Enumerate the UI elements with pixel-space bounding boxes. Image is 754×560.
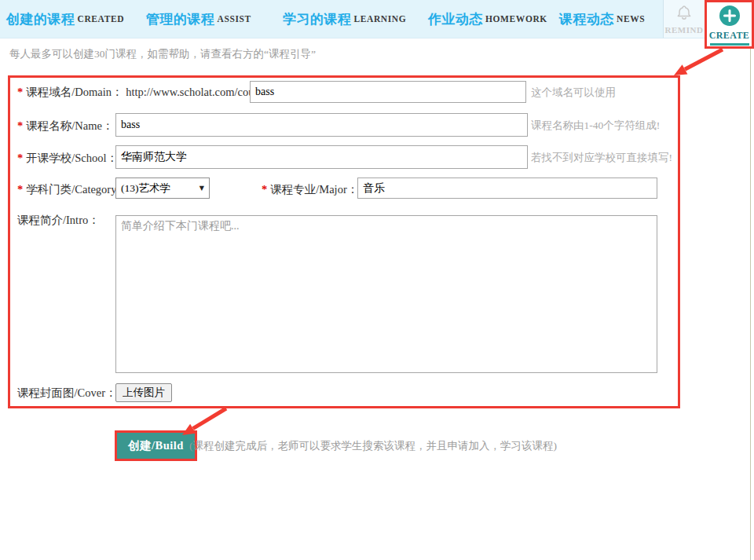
nav-tab-created-en: CREATED [78, 14, 125, 24]
top-navbar: 创建的课程 CREATED 管理的课程 ASSIST 学习的课程 LEARNIN… [0, 0, 705, 38]
create-label: CREATE [709, 30, 750, 42]
create-underline [710, 43, 749, 46]
nav-tab-learning-zh: 学习的课程 [283, 10, 352, 28]
nav-tab-homework-zh: 作业动态 [428, 10, 483, 28]
nav-tab-assist[interactable]: 管理的课程 ASSIST [146, 0, 251, 38]
build-button[interactable]: 创建/Build [117, 433, 195, 459]
domain-prefix: http://www.scholat.com/course/ [126, 86, 270, 98]
nav-tab-news-zh: 课程动态 [559, 10, 614, 28]
plus-circle-icon [719, 5, 741, 30]
domain-input[interactable] [250, 81, 526, 103]
nav-tab-learning[interactable]: 学习的课程 LEARNING [283, 0, 406, 38]
name-label: *课程名称/Name： [17, 119, 113, 134]
nav-tab-news[interactable]: 课程动态 NEWS [559, 0, 645, 38]
required-star: * [17, 152, 23, 164]
domain-hint: 这个域名可以使用 [531, 86, 616, 100]
chevron-down-icon: ▼ [199, 185, 204, 192]
nav-tab-assist-en: ASSIST [218, 14, 251, 24]
name-input[interactable] [115, 113, 528, 137]
cover-label: 课程封面图/Cover： [17, 386, 116, 401]
nav-tab-assist-zh: 管理的课程 [146, 10, 215, 28]
build-note: (课程创建完成后，老师可以要求学生搜索该课程，并且申请加入，学习该课程) [189, 439, 557, 453]
required-star: * [262, 183, 267, 196]
major-label: *课程专业/Major： [262, 182, 358, 197]
required-star: * [17, 86, 23, 98]
intro-label: 课程简介/Intro： [17, 213, 100, 228]
major-input[interactable] [357, 178, 657, 199]
required-star: * [17, 119, 23, 132]
remind-button[interactable]: REMIND [663, 0, 705, 38]
required-star: * [17, 183, 23, 196]
name-hint: 课程名称由1-40个字符组成! [531, 119, 660, 133]
remind-label: REMIND [665, 25, 704, 35]
bell-icon [675, 4, 693, 24]
create-course-form: *课程域名/Domain： http://www.scholat.com/cou… [8, 75, 680, 408]
create-course-button[interactable]: CREATE [705, 0, 754, 49]
build-button-highlight: 创建/Build [115, 430, 197, 461]
school-hint: 若找不到对应学校可直接填写! [531, 151, 672, 165]
nav-tab-homework[interactable]: 作业动态 HOMEWORK [428, 0, 547, 38]
nav-tab-homework-en: HOMEWORK [485, 14, 547, 24]
nav-tab-learning-en: LEARNING [354, 14, 407, 24]
nav-tab-created[interactable]: 创建的课程 CREATED [6, 0, 124, 38]
nav-tab-created-zh: 创建的课程 [6, 10, 75, 28]
category-select[interactable]: (13)艺术学 ▼ [115, 178, 210, 199]
category-selected-value: (13)艺术学 [121, 181, 170, 196]
school-label: *开课学校/School： [17, 151, 118, 166]
upload-image-button[interactable]: 上传图片 [115, 383, 172, 402]
page-right-border [750, 49, 751, 560]
intro-textarea[interactable] [115, 215, 657, 373]
nav-tab-news-en: NEWS [617, 14, 645, 24]
domain-label: *课程域名/Domain： http://www.scholat.com/cou… [17, 85, 270, 100]
category-label: *学科门类/Category： [17, 182, 128, 197]
quota-notice: 每人最多可以创建30门课程，如需帮助，请查看右方的“课程引导” [9, 47, 316, 61]
school-input[interactable] [115, 145, 528, 169]
